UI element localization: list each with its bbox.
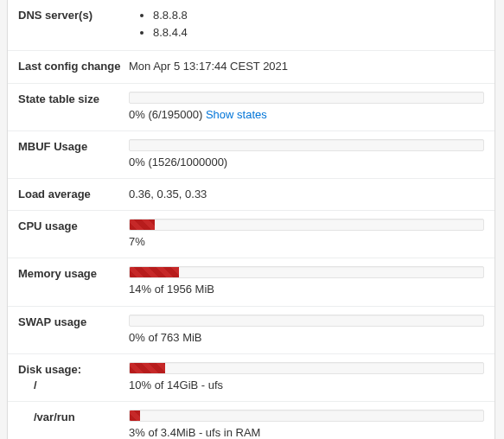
cpu-text: 7% [129,234,484,250]
last-config-label: Last config change [18,59,129,74]
memory-text: 14% of 1956 MiB [129,282,484,297]
state-table-text: 0% (6/195000) [129,108,206,121]
disk-root-label: Disk usage: / [18,362,129,393]
state-table-progress [129,92,484,104]
dns-list: 8.8.8.8 8.8.4.4 [129,8,484,41]
cpu-progress-bar [130,220,155,230]
disk-root-progress-bar [130,363,165,373]
swap-progress [129,315,484,327]
dns-label: DNS server(s) [18,8,129,23]
state-table-label: State table size [18,92,129,107]
disk-root-text: 10% of 14GiB - ufs [129,378,484,393]
load-label: Load average [18,187,129,202]
system-info-panel: DNS server(s) 8.8.8.8 8.8.4.4 Last confi… [7,0,495,439]
mbuf-label: MBUF Usage [18,139,129,155]
disk-varrun-progress [129,410,484,422]
last-config-row: Last config change Mon Apr 5 13:17:44 CE… [8,50,494,82]
memory-progress-bar [130,267,179,277]
last-config-value: Mon Apr 5 13:17:44 CEST 2021 [129,59,484,74]
disk-varrun-text: 3% of 3.4MiB - ufs in RAM [129,425,484,439]
load-value: 0.36, 0.35, 0.33 [129,187,484,202]
swap-value: 0% of 763 MiB [129,315,484,346]
cpu-row: CPU usage 7% [8,210,494,258]
mbuf-value: 0% (1526/1000000) [129,139,484,170]
memory-row: Memory usage 14% of 1956 MiB [8,258,494,305]
swap-text: 0% of 763 MiB [129,330,484,346]
mbuf-progress [129,139,484,151]
swap-label: SWAP usage [18,315,129,330]
dns-server-item: 8.8.4.4 [153,25,484,41]
load-row: Load average 0.36, 0.35, 0.33 [8,178,494,210]
disk-usage-label: Disk usage: [18,362,129,378]
cpu-label: CPU usage [18,219,129,234]
disk-root-progress [129,362,484,374]
disk-varrun-value: 3% of 3.4MiB - ufs in RAM [129,410,484,439]
disk-root-mount: / [18,378,129,393]
show-states-link[interactable]: Show states [206,108,267,121]
dns-row: DNS server(s) 8.8.8.8 8.8.4.4 [8,0,494,50]
swap-row: SWAP usage 0% of 763 MiB [8,306,494,353]
memory-progress [129,266,484,278]
disk-varrun-row: /var/run 3% of 3.4MiB - ufs in RAM [8,401,494,439]
state-table-value: 0% (6/195000) Show states [129,92,484,123]
mbuf-row: MBUF Usage 0% (1526/1000000) [8,130,494,178]
disk-varrun-mount: /var/run [18,410,129,425]
memory-label: Memory usage [18,266,129,282]
dns-value: 8.8.8.8 8.8.4.4 [129,8,484,42]
disk-root-row: Disk usage: / 10% of 14GiB - ufs [8,353,494,401]
disk-varrun-label: /var/run [18,410,129,425]
disk-varrun-progress-bar [130,410,140,421]
dns-server-item: 8.8.8.8 [153,8,484,23]
memory-value: 14% of 1956 MiB [129,266,484,297]
mbuf-text: 0% (1526/1000000) [129,155,484,170]
disk-root-value: 10% of 14GiB - ufs [129,362,484,393]
cpu-value: 7% [129,219,484,250]
state-table-row: State table size 0% (6/195000) Show stat… [8,83,494,130]
cpu-progress [129,219,484,231]
